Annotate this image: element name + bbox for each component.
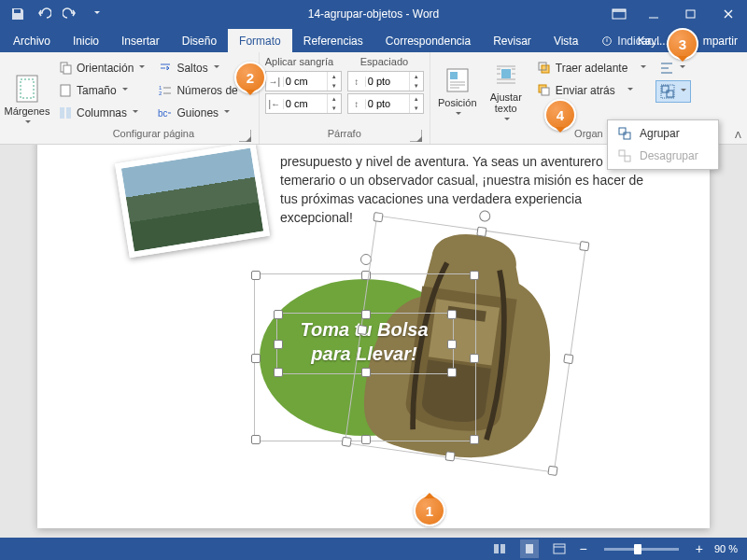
resize-handle[interactable] bbox=[274, 340, 283, 349]
tab-revisar[interactable]: Revisar bbox=[482, 29, 543, 52]
spin-up[interactable]: ▲ bbox=[328, 72, 341, 81]
hyphen-icon: bc bbox=[158, 105, 173, 120]
margins-icon bbox=[12, 74, 42, 104]
tab-referencias[interactable]: Referencias bbox=[292, 29, 374, 52]
zoom-level[interactable]: 90 % bbox=[714, 543, 738, 554]
tab-archivo[interactable]: Archivo bbox=[2, 29, 62, 52]
paragraph-launcher[interactable] bbox=[410, 130, 422, 142]
margins-button[interactable]: Márgenes bbox=[6, 56, 49, 144]
indent-right-icon: |← bbox=[266, 99, 284, 109]
resize-handle[interactable] bbox=[563, 354, 573, 364]
ribbon-display-options-button[interactable] bbox=[603, 0, 635, 28]
spin-up[interactable]: ▲ bbox=[328, 94, 341, 104]
resize-handle[interactable] bbox=[373, 212, 383, 222]
indent-left-field[interactable] bbox=[284, 73, 327, 90]
size-button[interactable]: Tamaño bbox=[54, 80, 148, 101]
selection-textbox[interactable] bbox=[276, 313, 454, 374]
tab-formato[interactable]: Formato bbox=[228, 29, 292, 52]
group-label-paragraph: Párrafo bbox=[328, 128, 361, 139]
redo-button[interactable] bbox=[58, 2, 82, 26]
maximize-button[interactable] bbox=[672, 0, 710, 28]
resize-handle[interactable] bbox=[447, 368, 457, 377]
resize-handle[interactable] bbox=[361, 368, 371, 377]
space-after-field[interactable] bbox=[366, 95, 409, 112]
resize-handle[interactable] bbox=[274, 310, 283, 319]
resize-handle[interactable] bbox=[274, 368, 283, 377]
columns-label: Columnas bbox=[77, 106, 127, 119]
align-icon bbox=[659, 61, 674, 76]
zoom-out-button[interactable]: − bbox=[580, 541, 587, 556]
resize-handle[interactable] bbox=[251, 271, 261, 280]
spin-down[interactable]: ▼ bbox=[410, 81, 423, 91]
resize-handle[interactable] bbox=[361, 310, 371, 319]
bring-forward-icon bbox=[537, 61, 552, 76]
position-button[interactable]: Posición bbox=[436, 56, 479, 127]
svg-rect-34 bbox=[554, 544, 565, 553]
indent-left-icon: →| bbox=[266, 77, 284, 87]
tab-insertar[interactable]: Insertar bbox=[110, 29, 171, 52]
web-layout-button[interactable] bbox=[550, 539, 569, 558]
svg-rect-27 bbox=[619, 128, 626, 134]
indent-left-input[interactable]: →|▲▼ bbox=[265, 71, 342, 91]
indent-header: Aplicar sangría bbox=[265, 56, 355, 67]
undo-button[interactable] bbox=[32, 2, 56, 26]
zoom-thumb[interactable] bbox=[634, 544, 641, 554]
body-paragraph[interactable]: presupuesto y nivel de aventura. Ya seas… bbox=[280, 152, 654, 227]
collapse-ribbon-button[interactable]: ᐱ bbox=[735, 130, 741, 140]
indent-right-input[interactable]: |←▲▼ bbox=[265, 93, 342, 114]
bring-forward-label: Traer adelante bbox=[556, 62, 628, 75]
svg-rect-29 bbox=[619, 150, 625, 156]
position-label: Posición bbox=[438, 97, 477, 108]
window-title: 14-agrupar-objetos - Word bbox=[308, 7, 440, 21]
resize-handle[interactable] bbox=[251, 435, 261, 444]
tab-inicio[interactable]: Inicio bbox=[62, 29, 110, 52]
space-before-field[interactable] bbox=[366, 73, 409, 90]
share-label: mpartir bbox=[703, 35, 738, 48]
menu-item-agrupar[interactable]: Agrupar bbox=[608, 122, 718, 145]
columns-button[interactable]: Columnas bbox=[54, 103, 148, 123]
resize-handle[interactable] bbox=[579, 241, 589, 251]
resize-handle[interactable] bbox=[444, 451, 455, 461]
tab-vista[interactable]: Vista bbox=[543, 29, 589, 52]
read-mode-button[interactable] bbox=[490, 539, 509, 558]
resize-handle[interactable] bbox=[447, 310, 457, 319]
svg-rect-25 bbox=[667, 91, 673, 97]
tab-diseno[interactable]: Diseño bbox=[171, 29, 228, 52]
bring-forward-button[interactable]: Traer adelante bbox=[533, 58, 650, 78]
close-button[interactable] bbox=[710, 0, 747, 28]
minimize-button[interactable] bbox=[635, 0, 672, 28]
page-setup-launcher[interactable] bbox=[239, 130, 251, 142]
hyphenation-button[interactable]: bcGuiones bbox=[154, 103, 252, 123]
qat-customize-button[interactable] bbox=[84, 2, 108, 26]
spin-up[interactable]: ▲ bbox=[410, 72, 423, 81]
spin-down[interactable]: ▼ bbox=[328, 104, 341, 113]
zoom-slider[interactable] bbox=[604, 548, 679, 551]
document-area[interactable]: presupuesto y nivel de aventura. Ya seas… bbox=[0, 145, 747, 538]
zoom-in-button[interactable]: + bbox=[696, 541, 703, 556]
orientation-button[interactable]: Orientación bbox=[54, 58, 148, 78]
resize-handle[interactable] bbox=[547, 466, 557, 476]
space-after-input[interactable]: ↕▲▼ bbox=[347, 93, 424, 114]
tab-correspondencia[interactable]: Correspondencia bbox=[374, 29, 482, 52]
send-backward-button[interactable]: Enviar atrás bbox=[533, 80, 650, 101]
group-paragraph: Aplicar sangría Espaciado →|▲▼ ↕▲▼ |←▲▼ … bbox=[260, 52, 430, 144]
photo-thumbnail[interactable] bbox=[115, 145, 270, 258]
space-before-input[interactable]: ↕▲▼ bbox=[347, 71, 424, 91]
resize-handle[interactable] bbox=[447, 340, 457, 349]
spin-up[interactable]: ▲ bbox=[410, 94, 423, 104]
group-label-page-setup: Configurar página bbox=[113, 128, 194, 139]
group-button[interactable] bbox=[655, 80, 691, 103]
resize-handle[interactable] bbox=[251, 354, 261, 363]
wrap-text-button[interactable]: Ajustar texto bbox=[485, 56, 528, 127]
indent-right-field[interactable] bbox=[284, 95, 327, 112]
size-label: Tamaño bbox=[77, 84, 117, 97]
svg-rect-33 bbox=[526, 544, 533, 553]
spin-down[interactable]: ▼ bbox=[328, 81, 341, 91]
resize-handle[interactable] bbox=[476, 227, 486, 237]
spin-down[interactable]: ▼ bbox=[410, 104, 423, 113]
status-bar: − + 90 % bbox=[0, 538, 747, 560]
save-button[interactable] bbox=[6, 2, 30, 26]
print-layout-button[interactable] bbox=[520, 539, 539, 558]
group-icon bbox=[617, 126, 632, 141]
resize-handle[interactable] bbox=[342, 437, 352, 447]
